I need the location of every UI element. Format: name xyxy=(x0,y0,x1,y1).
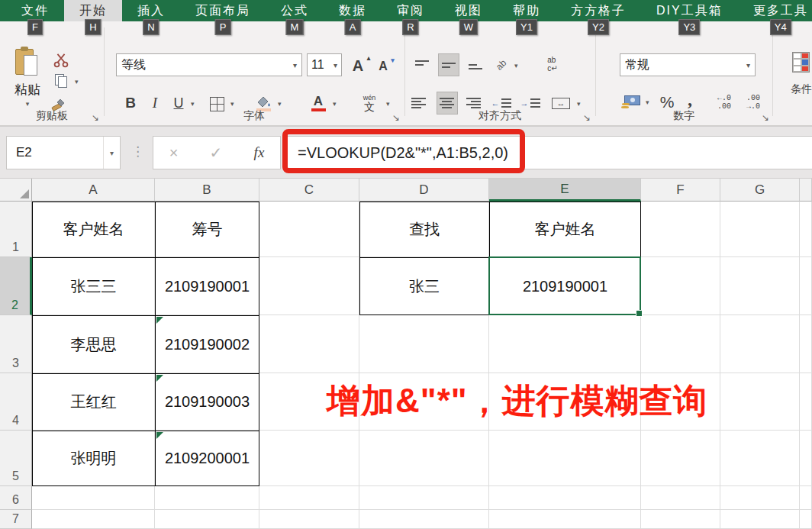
grid-cell[interactable] xyxy=(800,257,812,315)
grid-cell[interactable] xyxy=(155,486,259,510)
grid-cell[interactable] xyxy=(800,510,812,529)
name-box-dropdown-arrow[interactable]: ▾ xyxy=(103,137,120,169)
tab-view[interactable]: 视图W xyxy=(440,0,498,21)
phonetic-dropdown-arrow[interactable]: ▾ xyxy=(386,100,390,108)
wrap-text-button[interactable]: abc↵ xyxy=(540,52,565,76)
row-header-1[interactable]: 1 xyxy=(0,202,32,257)
column-header-F[interactable]: F xyxy=(641,179,720,202)
column-header-B[interactable]: B xyxy=(155,179,259,202)
column-header-partial[interactable] xyxy=(800,179,812,202)
cell-A1[interactable]: 客户姓名 xyxy=(32,202,155,257)
row-header-5[interactable]: 5 xyxy=(0,431,32,486)
tab-page-layout[interactable]: 页面布局P xyxy=(180,0,266,21)
clipboard-dialog-launcher-icon[interactable]: ↘ xyxy=(92,113,99,122)
alignment-dialog-launcher-icon[interactable]: ↘ xyxy=(583,113,591,122)
font-color-dropdown-arrow[interactable]: ▾ xyxy=(333,100,337,108)
enter-icon[interactable]: ✓ xyxy=(210,144,223,162)
grid-cell[interactable] xyxy=(259,315,359,373)
tab-ffcell[interactable]: 方方格子Y2 xyxy=(556,0,641,21)
font-size-select[interactable]: 11▾ xyxy=(307,53,342,76)
grid-cell[interactable] xyxy=(641,486,720,510)
grid-cell[interactable] xyxy=(259,202,359,257)
tab-file[interactable]: 文件F xyxy=(6,0,64,21)
number-dialog-launcher-icon[interactable]: ↘ xyxy=(762,113,769,122)
cell-A5[interactable]: 张明明 xyxy=(32,431,155,486)
grid-cell[interactable] xyxy=(259,486,359,510)
decrease-font-size-button[interactable]: A▾ xyxy=(374,57,392,76)
orientation-dropdown-arrow[interactable]: ▾ xyxy=(514,62,518,69)
formula-input[interactable]: =VLOOKUP(D2&"*",A1:B5,2,0) xyxy=(287,136,812,169)
number-format-select[interactable]: 常规▾ xyxy=(620,53,756,76)
grid-cell[interactable] xyxy=(489,486,641,510)
cell-B1[interactable]: 筹号 xyxy=(155,202,259,257)
grid-cell[interactable] xyxy=(720,202,800,257)
grid-cell[interactable] xyxy=(359,510,489,529)
fill-color-dropdown-arrow[interactable]: ▾ xyxy=(278,100,282,108)
column-header-D[interactable]: D xyxy=(359,179,489,202)
grid-cell[interactable] xyxy=(720,257,800,315)
cell-B5[interactable]: 2109200001 xyxy=(155,431,259,486)
grid-cell[interactable] xyxy=(641,257,720,315)
cell-A2[interactable]: 张三三 xyxy=(32,257,155,315)
grid-cell[interactable] xyxy=(259,510,359,529)
cell-B2[interactable]: 2109190001 xyxy=(155,257,259,315)
cell-D1[interactable]: 查找 xyxy=(359,202,489,257)
cell-E2-selected[interactable]: 2109190001 xyxy=(489,257,641,315)
cell-B4[interactable]: 2109190003 xyxy=(155,373,259,431)
row-header-2[interactable]: 2 xyxy=(0,257,32,315)
grid-cell[interactable] xyxy=(720,315,800,373)
accounting-dropdown-arrow[interactable]: ▾ xyxy=(646,98,649,106)
cell-B3[interactable]: 2109190002 xyxy=(155,315,259,373)
font-name-select[interactable]: 等线▾ xyxy=(116,53,302,76)
grid-cell[interactable] xyxy=(259,257,359,315)
column-header-E[interactable]: E xyxy=(489,179,641,202)
column-header-G[interactable]: G xyxy=(720,179,800,202)
grid-cell[interactable] xyxy=(359,315,489,373)
grid-cell[interactable] xyxy=(32,510,155,529)
middle-align-button[interactable] xyxy=(438,53,459,76)
grid-cell[interactable] xyxy=(32,486,155,510)
orientation-button[interactable]: ab xyxy=(491,54,511,76)
grid-cell[interactable] xyxy=(489,431,641,486)
grid-cell[interactable] xyxy=(800,315,812,373)
font-dialog-launcher-icon[interactable]: ↘ xyxy=(392,113,400,122)
row-header-6[interactable]: 6 xyxy=(0,486,32,510)
grid-cell[interactable] xyxy=(641,202,720,257)
bottom-align-button[interactable] xyxy=(466,55,485,75)
accounting-format-button[interactable] xyxy=(620,92,643,111)
grid-cell[interactable] xyxy=(641,431,720,486)
cut-button[interactable] xyxy=(50,51,72,69)
cancel-icon[interactable]: × xyxy=(169,144,179,162)
formula-bar-drag-handle[interactable]: ⋮ xyxy=(131,144,144,160)
row-header-3[interactable]: 3 xyxy=(0,315,32,373)
grid-cell[interactable] xyxy=(155,510,259,529)
copy-dropdown-arrow[interactable]: ▾ xyxy=(75,78,79,85)
grid-cell[interactable] xyxy=(800,373,812,431)
select-all-button[interactable] xyxy=(0,179,32,202)
tab-review[interactable]: 审阅R xyxy=(382,0,440,21)
merge-dropdown-arrow[interactable]: ▾ xyxy=(577,100,581,108)
grid-cell[interactable] xyxy=(720,486,800,510)
comma-style-button[interactable]: , xyxy=(682,89,698,110)
tab-diy-toolbox[interactable]: DIY工具箱Y3 xyxy=(641,0,738,21)
cell-A3[interactable]: 李思思 xyxy=(32,315,155,373)
row-header-7[interactable]: 7 xyxy=(0,510,32,529)
grid-cell[interactable] xyxy=(800,486,812,510)
grid-cell[interactable] xyxy=(800,202,812,257)
grid-cell[interactable] xyxy=(259,431,359,486)
grid-cell[interactable] xyxy=(359,431,489,486)
grid-cell[interactable] xyxy=(720,510,800,529)
grid-cell[interactable] xyxy=(641,315,720,373)
tab-home[interactable]: 开始H xyxy=(64,0,122,21)
top-align-button[interactable] xyxy=(412,55,432,75)
cell-D2[interactable]: 张三 xyxy=(359,257,489,315)
borders-dropdown-arrow[interactable]: ▾ xyxy=(230,100,234,108)
column-header-A[interactable]: A xyxy=(32,179,155,202)
paste-dropdown-arrow[interactable]: ▾ xyxy=(26,100,30,108)
tab-data[interactable]: 数据A xyxy=(324,0,382,21)
grid-cell[interactable] xyxy=(489,510,641,529)
grid-cell[interactable] xyxy=(641,510,720,529)
tab-more-tools[interactable]: 更多工具Y4 xyxy=(738,0,812,21)
insert-function-icon[interactable]: fx xyxy=(254,144,265,161)
copy-button[interactable] xyxy=(52,73,70,89)
